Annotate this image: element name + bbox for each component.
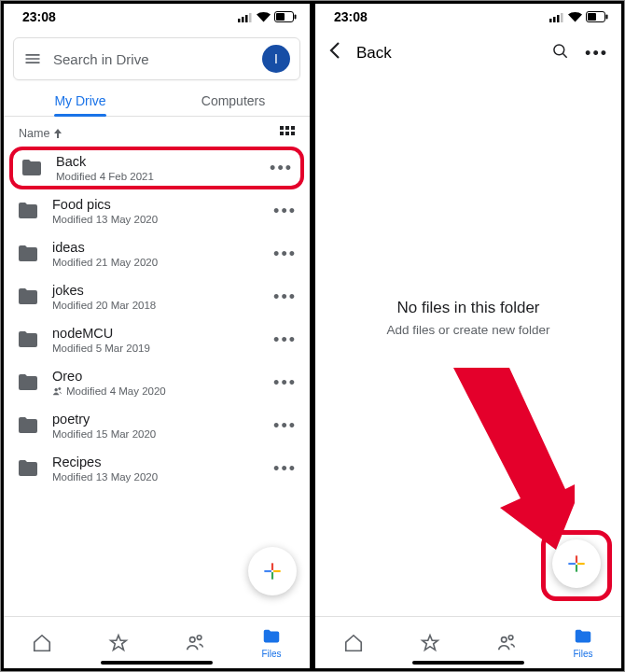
home-icon [32, 633, 52, 653]
item-more-button[interactable]: ••• [273, 287, 297, 307]
svg-rect-13 [549, 19, 552, 22]
folder-name: Food pics [52, 197, 260, 212]
file-list: BackModified 4 Feb 2021•••Food picsModif… [4, 147, 310, 616]
shared-icon [496, 633, 517, 653]
svg-rect-14 [553, 17, 556, 22]
grid-view-icon[interactable] [280, 126, 295, 141]
svg-rect-9 [291, 126, 295, 130]
screenshot-right: 23:08 Back ••• No files in this folder A… [312, 1, 624, 671]
folder-meta: Modified 4 Feb 2021 [56, 171, 257, 182]
tab-my-drive[interactable]: My Drive [4, 84, 157, 116]
empty-state: No files in this folder Add files or cre… [315, 75, 621, 616]
item-more-button[interactable]: ••• [270, 159, 293, 178]
svg-rect-19 [606, 15, 608, 20]
svg-rect-0 [238, 19, 241, 22]
folder-icon [17, 245, 39, 263]
svg-rect-18 [588, 13, 596, 21]
folder-row[interactable]: ideasModified 21 May 2020••• [4, 232, 310, 275]
status-bar: 23:08 [315, 4, 621, 30]
status-time: 23:08 [334, 9, 368, 24]
more-button[interactable]: ••• [585, 44, 608, 63]
svg-point-20 [554, 44, 564, 54]
shared-badge-icon [52, 386, 62, 397]
folder-meta: Modified 4 May 2020 [52, 385, 260, 397]
search-placeholder: Search in Drive [53, 51, 251, 67]
home-indicator [412, 661, 524, 665]
folder-icon [17, 459, 39, 478]
plus-icon [260, 559, 285, 583]
cellular-icon [549, 12, 564, 22]
nav-files[interactable]: Files [545, 617, 621, 668]
svg-rect-15 [557, 15, 560, 22]
svg-rect-16 [561, 13, 563, 22]
folder-title: Back [356, 44, 536, 63]
item-more-button[interactable]: ••• [273, 459, 297, 479]
status-icons [549, 11, 608, 22]
item-more-button[interactable]: ••• [273, 202, 297, 221]
nav-home[interactable] [4, 617, 80, 668]
tabs: My Drive Computers [4, 84, 310, 117]
plus-icon [564, 552, 589, 576]
battery-icon [274, 11, 297, 22]
svg-rect-10 [280, 132, 284, 135]
wifi-icon [257, 12, 271, 22]
home-indicator [101, 661, 213, 665]
item-more-button[interactable]: ••• [273, 330, 297, 350]
folder-meta: Modified 20 Mar 2018 [52, 300, 260, 311]
search-button[interactable] [551, 42, 570, 65]
svg-rect-8 [285, 126, 289, 130]
search-bar[interactable]: Search in Drive I [13, 37, 300, 80]
folder-row[interactable]: poetryModified 15 Mar 2020••• [4, 404, 310, 447]
folder-row[interactable]: nodeMCUModified 5 Mar 2019••• [4, 318, 310, 361]
nav-files[interactable]: Files [233, 617, 310, 668]
folder-icon [17, 416, 39, 435]
status-icons [238, 11, 297, 22]
item-more-button[interactable]: ••• [273, 245, 297, 264]
fab-new[interactable] [552, 539, 601, 588]
search-bar-container: Search in Drive I [4, 30, 310, 84]
arrow-up-icon [53, 129, 62, 138]
folder-name: jokes [52, 283, 260, 298]
folder-row[interactable]: OreoModified 4 May 2020••• [4, 361, 310, 404]
search-icon [551, 42, 570, 61]
item-more-button[interactable]: ••• [273, 416, 297, 436]
sort-row: Name [4, 117, 310, 147]
folder-icon [17, 330, 39, 349]
folder-icon [17, 287, 39, 306]
avatar[interactable]: I [262, 45, 290, 73]
sort-button[interactable]: Name [19, 127, 62, 140]
empty-title: No files in this folder [396, 299, 539, 317]
folder-meta: Modified 5 Mar 2019 [52, 343, 260, 354]
star-icon [420, 633, 440, 653]
folder-row[interactable]: BackModified 4 Feb 2021••• [9, 147, 304, 189]
svg-rect-6 [295, 15, 297, 20]
folder-meta: Modified 21 May 2020 [52, 257, 260, 268]
fab-new[interactable] [248, 547, 297, 595]
screenshot-left: 23:08 Search in Drive I My Drive Compute… [1, 1, 312, 671]
svg-rect-2 [245, 15, 248, 22]
nav-home[interactable] [315, 617, 392, 668]
tab-computers[interactable]: Computers [157, 84, 310, 116]
back-button[interactable] [328, 41, 341, 65]
status-bar: 23:08 [4, 4, 310, 30]
folder-icon [17, 373, 39, 392]
chevron-left-icon [328, 41, 341, 60]
folder-row[interactable]: Food picsModified 13 May 2020••• [4, 189, 310, 232]
folder-row[interactable]: jokesModified 20 Mar 2018••• [4, 275, 310, 318]
folder-row[interactable]: RecipesModified 13 May 2020••• [4, 447, 310, 490]
cellular-icon [238, 12, 253, 22]
folder-meta: Modified 13 May 2020 [52, 214, 260, 225]
svg-rect-7 [280, 126, 284, 130]
folder-icon [261, 626, 282, 647]
folder-icon [573, 626, 593, 647]
folder-meta: Modified 13 May 2020 [52, 471, 260, 483]
svg-rect-12 [291, 132, 295, 135]
shared-icon [185, 633, 205, 653]
item-more-button[interactable]: ••• [273, 373, 297, 393]
svg-rect-1 [242, 17, 244, 22]
battery-icon [586, 11, 608, 22]
hamburger-icon[interactable] [23, 49, 42, 69]
svg-rect-3 [249, 13, 252, 22]
nav-files-label: Files [261, 649, 281, 659]
folder-name: nodeMCU [52, 326, 260, 341]
